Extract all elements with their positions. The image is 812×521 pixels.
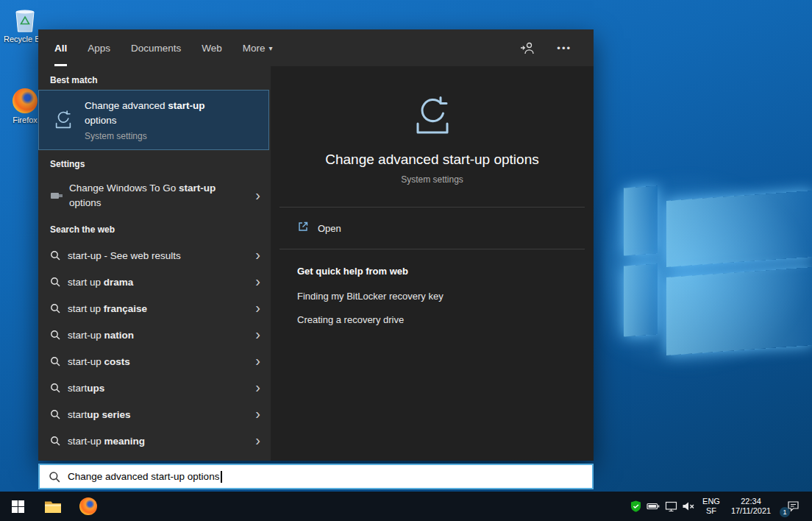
best-match-title: Change advanced start-up options <box>85 99 232 127</box>
tab-documents[interactable]: Documents <box>131 29 181 66</box>
tab-more[interactable]: More ▾ <box>243 29 273 66</box>
firefox-taskbar-button[interactable] <box>71 492 106 521</box>
date: 17/11/2021 <box>725 506 777 516</box>
clock[interactable]: 22:34 17/11/2021 <box>725 497 777 516</box>
text-caret <box>221 471 221 483</box>
web-suggestion-1[interactable]: start-up - See web results › <box>38 242 271 269</box>
language-indicator[interactable]: ENG SF <box>697 497 725 516</box>
language-code: ENG <box>697 497 725 506</box>
open-action[interactable]: Open <box>279 213 585 243</box>
result-preview-pane: Change advanced start-up options System … <box>271 66 594 461</box>
time: 22:34 <box>725 497 777 506</box>
firefox-icon <box>79 497 97 515</box>
file-explorer-button[interactable] <box>35 492 71 521</box>
start-button[interactable] <box>0 492 35 521</box>
web-suggestion-2[interactable]: start up drama › <box>38 269 271 295</box>
help-link-bitlocker[interactable]: Finding my BitLocker recovery key <box>297 291 444 302</box>
more-options-icon[interactable]: ••• <box>557 43 571 54</box>
search-flyout-panel: All Apps Documents Web More ▾ ••• <box>38 29 594 461</box>
open-label: Open <box>318 223 341 234</box>
chevron-right-icon: › <box>255 327 260 341</box>
search-icon <box>50 277 60 287</box>
web-suggestion-8[interactable]: start-up meaning › <box>38 428 271 454</box>
search-icon <box>50 436 60 446</box>
wallpaper-logo-pane <box>624 185 658 255</box>
battery-icon[interactable] <box>644 492 662 521</box>
search-results-list: Best match Change advanced start-up opti… <box>38 66 271 461</box>
network-icon[interactable] <box>662 492 680 521</box>
search-input[interactable]: Change advanced start-up options <box>38 464 594 489</box>
web-suggestion-5[interactable]: start-up costs › <box>38 348 271 375</box>
settings-section-label: Settings <box>50 159 85 169</box>
settings-result-windows-to-go[interactable]: Change Windows To Go start-up options › <box>38 174 271 218</box>
notification-badge: 1 <box>780 507 790 517</box>
preview-subtitle: System settings <box>271 174 594 185</box>
tab-web[interactable]: Web <box>202 29 222 66</box>
volume-muted-icon[interactable] <box>680 492 697 521</box>
web-suggestion-7[interactable]: startup series › <box>38 401 271 428</box>
recycle-bin-icon <box>1 4 49 32</box>
chevron-right-icon: › <box>255 300 260 315</box>
wallpaper-logo-pane <box>666 267 812 355</box>
help-link-recovery-drive[interactable]: Creating a recovery drive <box>297 314 404 325</box>
search-tabs-header: All Apps Documents Web More ▾ ••• <box>38 29 594 66</box>
wallpaper-logo-pane <box>624 263 658 336</box>
search-icon <box>50 409 60 419</box>
taskbar: ENG SF 22:34 17/11/2021 1 <box>0 492 812 521</box>
tab-all[interactable]: All <box>54 29 67 66</box>
search-icon <box>50 250 60 260</box>
windows-logo-icon <box>12 500 24 513</box>
help-header: Get quick help from web <box>297 266 408 277</box>
divider <box>279 249 585 249</box>
sign-in-options-icon[interactable] <box>520 42 535 54</box>
chevron-right-icon: › <box>255 247 260 262</box>
system-tray: ENG SF 22:34 17/11/2021 1 <box>627 492 812 521</box>
divider <box>279 207 585 208</box>
web-suggestion-3[interactable]: start up française › <box>38 295 271 322</box>
chevron-right-icon: › <box>255 406 260 421</box>
action-center-button[interactable]: 1 <box>777 492 809 521</box>
chevron-right-icon: › <box>255 188 260 202</box>
advanced-startup-icon-large <box>409 93 456 143</box>
best-match-result[interactable]: Change advanced start-up options System … <box>38 90 269 150</box>
tab-apps[interactable]: Apps <box>88 29 110 66</box>
advanced-startup-icon <box>52 109 74 131</box>
search-icon <box>50 356 60 366</box>
chevron-right-icon: › <box>255 353 260 368</box>
settings-result-title: Change Windows To Go start-up options <box>69 181 235 210</box>
search-icon <box>50 330 60 340</box>
security-icon[interactable] <box>627 492 644 521</box>
chevron-right-icon: › <box>255 274 260 288</box>
web-suggestion-4[interactable]: start-up nation › <box>38 322 271 348</box>
file-explorer-icon <box>44 500 62 514</box>
search-icon <box>50 383 60 393</box>
open-icon <box>297 221 309 235</box>
web-section-label: Search the web <box>50 224 115 235</box>
windows-to-go-icon <box>50 191 63 201</box>
keyboard-layout: SF <box>697 506 725 516</box>
best-match-subtitle: System settings <box>85 131 232 141</box>
web-suggestion-6[interactable]: startups › <box>38 375 271 401</box>
chevron-right-icon: › <box>255 380 260 394</box>
best-match-section-label: Best match <box>50 75 98 85</box>
chevron-down-icon: ▾ <box>269 44 273 52</box>
wallpaper-logo-pane <box>666 191 812 267</box>
search-input-value: Change advanced start-up options <box>68 471 219 482</box>
chevron-right-icon: › <box>255 433 260 447</box>
search-icon <box>50 303 60 313</box>
search-icon <box>49 471 60 483</box>
preview-title: Change advanced start-up options <box>271 152 594 168</box>
